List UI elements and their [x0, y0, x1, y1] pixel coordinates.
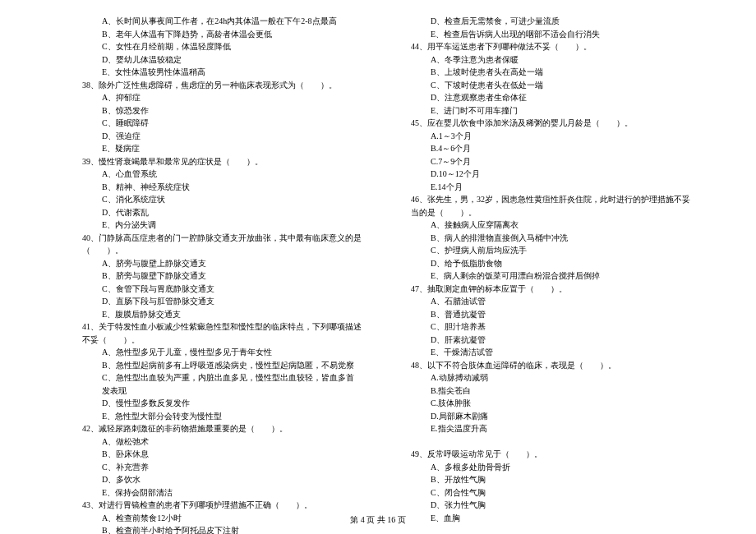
option-line: E、干燥清洁试管 [411, 346, 690, 359]
option-line: C、急性型出血较为严重，内脏出血多见，慢性型出血较轻，皆血多首发表现 [82, 371, 362, 397]
option-line: C.肢体肿胀 [411, 397, 690, 410]
option-line: E、内分泌失调 [82, 219, 362, 232]
question-line: 48、以下不符合肢体血运障碍的临床，表现是（ ）。 [411, 359, 690, 372]
option-line: D、检查后无需禁食，可进少量流质 [411, 15, 690, 28]
option-line: E.指尖温度升高 [411, 422, 690, 435]
option-line: C、食管下段与胃底静脉交通支 [82, 283, 362, 296]
option-line: B、上坡时使患者头在高处一端 [411, 66, 690, 79]
option-line: A、急性型多见于儿童，慢性型多见于青年女性 [82, 346, 362, 359]
option-line: B、脐旁与腹壁下静脉交通支 [82, 269, 362, 283]
option-line: A、接触病人应穿隔离衣 [411, 219, 690, 232]
option-line: B、卧床休息 [82, 448, 362, 461]
option-line: C、补充营养 [82, 461, 362, 474]
option-line: B、普通抗凝管 [411, 308, 690, 321]
question-line: 49、反常呼吸运动常见于（ ）。 [411, 448, 690, 461]
option-line: D.10～12个月 [411, 168, 690, 181]
question-line: 39、慢性肾衰竭最早和最常见的症状是（ ）。 [82, 155, 362, 168]
option-line: A、脐旁与腹壁上静脉交通支 [82, 257, 362, 270]
option-line: B、开放性气胸 [411, 473, 690, 486]
option-line: A、石腊油试管 [411, 295, 690, 308]
question-line: 42、减轻尿路刺激征的非药物措施最重要的是（ ）。 [82, 422, 362, 435]
question-line: 44、用平车运送患者下列哪种做法不妥（ ）。 [411, 40, 690, 53]
option-line: C、睡眠障碍 [82, 117, 362, 130]
option-line: E、保持会阴部清洁 [82, 486, 362, 499]
option-line: E、病人剩余的饭菜可用漂白粉混合搅拌后倒掉 [411, 269, 690, 283]
option-line: B、惊恐发作 [82, 104, 362, 117]
question-line: 43、对进行胃镜检查的患者下列哪项护理措施不正确（ ）。 [82, 499, 362, 512]
option-line: B、老年人体温有下降趋势，高龄者体温会更低 [82, 28, 362, 41]
option-line: C、消化系统症状 [82, 193, 362, 206]
option-line: A、抑郁症 [82, 91, 362, 104]
option-line: E、急性型大部分会转变为慢性型 [82, 410, 362, 423]
option-line: A、冬季注意为患者保暖 [411, 53, 690, 67]
option-line: C、下坡时使患者头在低处一端 [411, 79, 690, 92]
option-line: B.4～6个月 [411, 142, 690, 155]
option-line: D.局部麻木剧痛 [411, 410, 690, 423]
option-line: B、精神、神经系统症状 [82, 181, 362, 194]
option-line: D、张力性气胸 [411, 499, 690, 512]
option-line: E.14个月 [411, 181, 690, 194]
option-line: B、病人的排泄物直接倒入马桶中冲洗 [411, 232, 690, 245]
option-line: D、注意观察患者生命体征 [411, 91, 690, 104]
option-line: D、直肠下段与肛管静脉交通支 [82, 295, 362, 308]
option-line: C.7～9个月 [411, 155, 690, 168]
option-line: C、胆汁培养基 [411, 320, 690, 334]
question-line: 47、抽取测定血钾的标本应置于（ ）。 [411, 283, 690, 296]
option-line: E、腹膜后静脉交通支 [82, 308, 362, 321]
option-line: A.动脉搏动减弱 [411, 371, 690, 384]
option-line: D、婴幼儿体温较稳定 [82, 53, 362, 67]
option-line: A、长时间从事夜间工作者，在24h内其体温一般在下午2-8点最高 [82, 15, 362, 28]
option-line: C、女性在月经前期，体温轻度降低 [82, 40, 362, 53]
option-line: B.指尖苍白 [411, 384, 690, 398]
question-line: 40、门静脉高压症患者的门一腔静脉交通支开放曲张，其中最有临床意义的是（ ）。 [82, 232, 362, 257]
option-line: E、疑病症 [82, 142, 362, 155]
option-line: D、强迫症 [82, 130, 362, 143]
question-line: 38、除外广泛性焦虑障碍，焦虑症的另一种临床表现形式为（ ）。 [82, 79, 362, 92]
option-line: E、检查后告诉病人出现的咽部不适会自行消失 [411, 28, 690, 41]
option-line: D、代谢紊乱 [82, 206, 362, 219]
option-line: D、肝素抗凝管 [411, 334, 690, 347]
option-line: E、进门时不可用车撞门 [411, 104, 690, 117]
option-line: B、急性型起病前多有上呼吸道感染病史，慢性型起病隐匿，不易觉察 [82, 359, 362, 372]
page-footer: 第 4 页 共 16 页 [0, 514, 756, 526]
option-line: C、闭合性气胸 [411, 486, 690, 499]
option-line: A、心血管系统 [82, 168, 362, 181]
option-line: E、女性体温较男性体温稍高 [82, 66, 362, 79]
option-line: A、多根多处肋骨骨折 [411, 461, 690, 474]
option-line: A、做松弛术 [82, 435, 362, 449]
option-line: D、给予低脂肪食物 [411, 257, 690, 270]
option-line: C、护理病人前后均应洗手 [411, 244, 690, 257]
option-line: D、慢性型多数反复发作 [82, 397, 362, 410]
question-line: 41、关于特发性血小板减少性紫癜急性型和慢性型的临床特点，下列哪项描述不妥（ ）… [82, 320, 362, 346]
question-line: 46、张先生，男，32岁，因患急性黄疸性肝炎住院，此时进行的护理措施不妥当的是（… [411, 193, 690, 219]
option-line: D、多饮水 [82, 473, 362, 486]
option-line: A.1～3个月 [411, 130, 690, 143]
question-line: 45、应在婴儿饮食中添加米汤及稀粥的婴儿月龄是（ ）。 [411, 117, 690, 130]
